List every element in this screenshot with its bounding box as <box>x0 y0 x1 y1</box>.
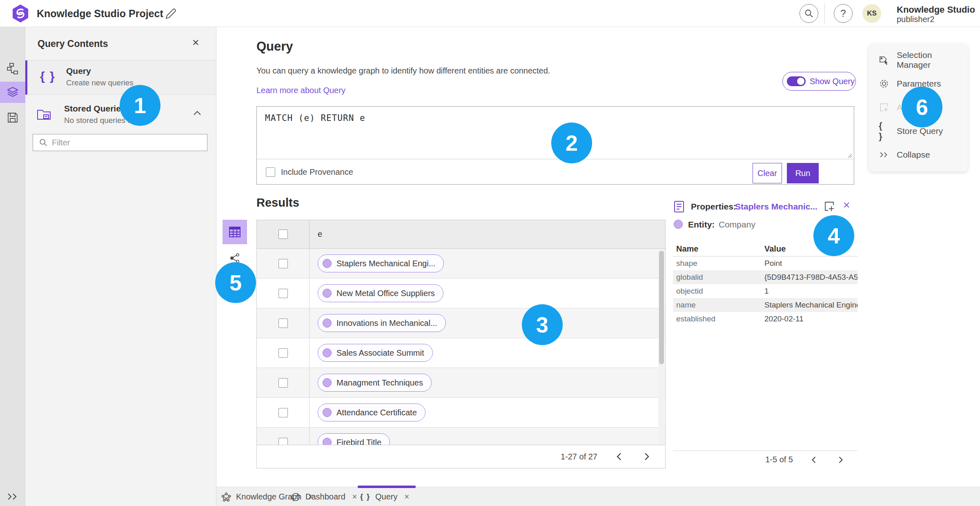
menu-item-selection-manager[interactable]: Selection Manager <box>869 48 968 72</box>
query-code-input[interactable]: MATCH (e) RETURN e <box>265 113 365 123</box>
results-page-range: 1-27 of 27 <box>561 452 597 461</box>
table-row[interactable]: New Metal Office Suppliers <box>257 279 665 308</box>
row-checkbox[interactable] <box>278 408 288 417</box>
row-checkbox[interactable] <box>278 289 288 298</box>
braces-icon: { } <box>40 69 56 83</box>
dashboard-icon <box>291 492 301 502</box>
filter-field[interactable] <box>33 134 207 151</box>
sidebar-item-query[interactable]: { } Query Create new queries <box>25 60 216 95</box>
close-properties-icon[interactable]: ✕ <box>843 200 850 211</box>
prev-page-icon[interactable] <box>808 454 820 466</box>
entity-dot-icon <box>323 378 332 387</box>
entity-chip[interactable]: Staplers Mechanical Engi... <box>318 254 444 272</box>
resize-handle-icon[interactable] <box>846 152 852 158</box>
property-row[interactable]: globalid {5D9B4713-F98D-4A53-A59F-C11... <box>673 270 858 284</box>
tab-label: Query <box>375 492 397 502</box>
save-icon[interactable] <box>0 107 25 128</box>
query-layers-icon-active[interactable] <box>0 82 25 103</box>
query-contents-title: Query Contents <box>38 38 108 49</box>
row-checkbox[interactable] <box>278 319 288 328</box>
table-row[interactable]: Sales Associate Summit <box>257 338 665 368</box>
menu-item-collapse[interactable]: Collapse <box>869 143 968 167</box>
edit-title-icon[interactable] <box>164 8 176 20</box>
close-panel-icon[interactable]: ✕ <box>192 38 199 48</box>
property-name: objectid <box>673 287 764 296</box>
property-value: Staplers Mechanical Engineering <box>764 301 858 310</box>
tab-dashboard[interactable]: Dashboard ✕ <box>291 487 357 506</box>
next-page-icon[interactable] <box>641 450 653 463</box>
top-bar: Knowledge Studio Project ? KS Knowledge … <box>0 0 980 27</box>
table-view-button[interactable] <box>223 220 247 244</box>
entity-chip[interactable]: Managment Techniques <box>318 374 432 392</box>
properties-doc-icon <box>673 200 685 213</box>
entity-chip[interactable]: Firebird Title <box>318 433 390 446</box>
entity-label: Sales Associate Summit <box>336 348 424 358</box>
gear-icon <box>879 78 889 89</box>
braces-icon: { } <box>360 493 370 501</box>
include-provenance-label: Include Provenance <box>281 167 353 177</box>
entity-type-value: Company <box>719 220 755 230</box>
property-row[interactable]: name Staplers Mechanical Engineering <box>673 298 858 312</box>
topbar-divider <box>824 3 825 24</box>
clear-button[interactable]: Clear <box>753 163 782 183</box>
entity-chip[interactable]: New Metal Office Suppliers <box>318 284 443 302</box>
table-row[interactable]: Managment Techniques <box>257 368 665 398</box>
results-table: e Staplers Mechanical Engi... New Metal … <box>256 220 666 468</box>
entity-dot-icon <box>674 220 683 229</box>
add-to-new-icon <box>879 102 889 113</box>
close-tab-icon[interactable]: ✕ <box>404 493 409 501</box>
next-page-icon[interactable] <box>835 454 847 466</box>
show-query-toggle[interactable]: Show Query <box>782 72 856 91</box>
search-button[interactable] <box>800 4 818 23</box>
entity-dot-icon <box>323 348 332 357</box>
annotation-badge-3: 3 <box>522 304 563 345</box>
toggle-switch[interactable] <box>787 76 806 86</box>
property-row[interactable]: established 2020-02-11 <box>673 312 858 326</box>
scrollbar-thumb[interactable] <box>659 251 664 364</box>
help-button[interactable]: ? <box>834 4 853 23</box>
property-name: established <box>673 314 764 323</box>
table-row[interactable]: Attendance Certificate <box>257 398 665 428</box>
scrollbar-track[interactable] <box>658 249 665 445</box>
hierarchy-icon[interactable] <box>0 58 25 79</box>
chevron-up-icon[interactable] <box>193 110 202 116</box>
select-all-checkbox[interactable] <box>278 230 288 239</box>
filter-input[interactable] <box>52 138 191 147</box>
entity-label: New Metal Office Suppliers <box>336 289 435 298</box>
column-header-e: e <box>318 230 322 239</box>
table-row[interactable]: Innovations in Mechanical... <box>257 308 665 338</box>
property-row[interactable]: shape Point <box>673 256 858 270</box>
tab-query-active[interactable]: { } Query ✕ <box>360 487 410 506</box>
properties-header: Properties: Staplers Mechanic... ✕ <box>673 199 858 216</box>
row-checkbox[interactable] <box>278 259 288 268</box>
entity-label: Innovations in Mechanical... <box>336 319 437 328</box>
app-window: Knowledge Studio Project ? KS Knowledge … <box>0 0 980 506</box>
entity-chip[interactable]: Attendance Certificate <box>318 403 425 421</box>
table-row[interactable]: Staplers Mechanical Engi... <box>257 249 665 279</box>
row-checkbox[interactable] <box>278 378 288 388</box>
toggle-knob <box>797 77 805 85</box>
expand-panel-icon[interactable] <box>0 486 25 506</box>
properties-entity-link[interactable]: Staplers Mechanic... <box>735 202 817 212</box>
run-button[interactable]: Run <box>787 163 819 183</box>
search-icon <box>804 9 814 18</box>
results-table-body: Staplers Mechanical Engi... New Metal Of… <box>257 249 665 446</box>
properties-label: Properties: <box>691 202 736 212</box>
row-checkbox[interactable] <box>278 348 288 358</box>
menu-label: Collapse <box>897 150 930 160</box>
avatar-initials: KS <box>867 9 877 18</box>
learn-more-link[interactable]: Learn more about Query <box>256 86 345 95</box>
include-provenance-checkbox[interactable] <box>266 167 275 177</box>
project-title: Knowledge Studio Project <box>37 8 163 20</box>
table-row[interactable]: Firebird Title <box>257 428 665 446</box>
stored-queries-folder-icon <box>37 107 53 122</box>
add-to-new-icon[interactable] <box>823 200 835 212</box>
property-row[interactable]: objectid 1 <box>673 284 858 298</box>
entity-chip[interactable]: Sales Associate Summit <box>318 344 433 362</box>
col-header-name: Name <box>673 244 764 254</box>
entity-dot-icon <box>323 408 332 417</box>
close-tab-icon[interactable]: ✕ <box>352 493 357 501</box>
entity-chip[interactable]: Innovations in Mechanical... <box>318 314 446 332</box>
prev-page-icon[interactable] <box>613 450 625 463</box>
avatar[interactable]: KS <box>862 4 881 23</box>
